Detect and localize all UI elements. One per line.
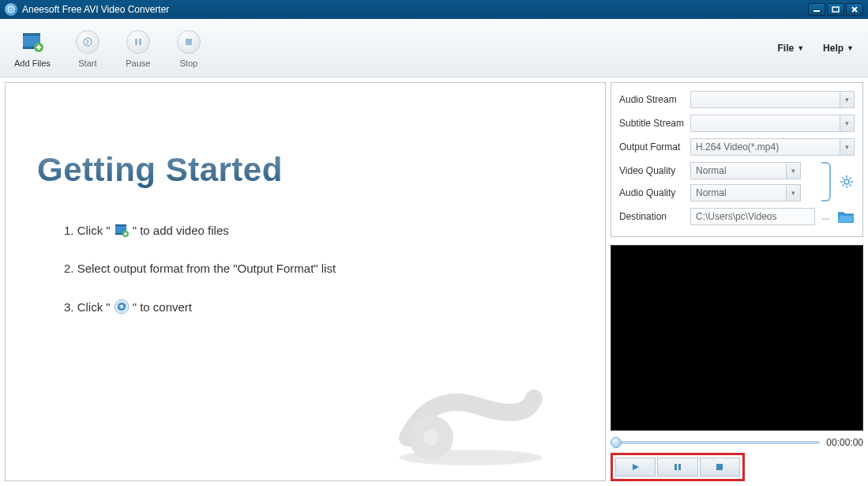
getting-started-title: Getting Started	[37, 151, 578, 189]
add-files-button[interactable]: Add Files	[14, 28, 51, 68]
chevron-down-icon: ▾	[786, 185, 800, 201]
svg-rect-22	[186, 39, 192, 45]
svg-rect-21	[139, 39, 141, 45]
video-quality-label: Video Quality	[619, 165, 690, 176]
svg-point-32	[423, 430, 439, 446]
pause-icon	[125, 28, 152, 55]
film-add-icon	[114, 222, 130, 238]
chevron-down-icon: ▾	[840, 115, 854, 131]
pause-playback-button[interactable]	[657, 458, 697, 477]
destination-browse-button[interactable]: ...	[818, 211, 832, 222]
toolbar: Add Files Start Pause Stop File▼ Help▼	[0, 19, 868, 77]
play-button[interactable]	[615, 458, 656, 477]
svg-rect-11	[37, 34, 39, 35]
slider-thumb[interactable]	[611, 437, 622, 448]
subtitle-stream-combo[interactable]: ▾	[690, 115, 855, 132]
chevron-down-icon: ▼	[797, 44, 804, 52]
audio-stream-label: Audio Stream	[619, 94, 690, 105]
convert-circle-icon	[114, 299, 130, 315]
pause-button[interactable]: Pause	[125, 28, 152, 68]
svg-rect-13	[28, 47, 29, 48]
svg-rect-20	[135, 39, 137, 45]
add-files-label: Add Files	[14, 58, 51, 68]
svg-line-39	[850, 185, 851, 186]
svg-rect-8	[28, 34, 29, 35]
stop-playback-button[interactable]	[700, 458, 740, 477]
help-menu[interactable]: Help▼	[823, 43, 854, 54]
chevron-down-icon: ▼	[847, 44, 854, 52]
getting-started-step-2: 2. Select output format from the "Output…	[64, 262, 578, 275]
svg-rect-1	[832, 7, 839, 12]
svg-point-33	[844, 179, 849, 184]
main-content-panel: Getting Started 1. Click " " to add vide…	[5, 82, 606, 481]
start-icon	[74, 28, 101, 55]
chevron-down-icon: ▾	[840, 139, 854, 155]
subtitle-stream-label: Subtitle Stream	[619, 118, 690, 129]
svg-rect-9	[31, 34, 32, 35]
svg-rect-43	[678, 464, 681, 470]
svg-point-29	[115, 300, 129, 314]
destination-label: Destination	[619, 211, 690, 222]
svg-rect-42	[674, 464, 677, 470]
svg-rect-7	[24, 34, 26, 35]
progress-slider[interactable]	[611, 441, 820, 444]
destination-path: C:\Users\pc\Videos	[690, 208, 815, 225]
add-files-icon	[19, 28, 46, 55]
filmstrip-decoration-icon	[384, 382, 558, 473]
pause-label: Pause	[126, 58, 150, 68]
bracket-decoration	[821, 162, 831, 202]
audio-quality-label: Audio Quality	[619, 187, 690, 198]
window-titlebar: Aneesoft Free AVI Video Converter	[0, 0, 868, 19]
output-format-label: Output Format	[619, 141, 690, 153]
svg-line-38	[843, 178, 844, 179]
video-preview	[611, 245, 863, 431]
svg-rect-14	[31, 47, 32, 48]
chevron-down-icon: ▾	[786, 163, 800, 179]
start-label: Start	[78, 58, 96, 68]
svg-rect-44	[716, 464, 723, 470]
file-menu-label: File	[777, 43, 794, 54]
minimize-button[interactable]	[808, 3, 825, 16]
settings-gear-button[interactable]	[839, 174, 855, 190]
close-button[interactable]	[846, 3, 863, 16]
open-folder-button[interactable]	[837, 209, 855, 224]
stop-button[interactable]: Stop	[175, 28, 202, 68]
help-menu-label: Help	[823, 43, 844, 54]
audio-quality-combo[interactable]: Normal▾	[690, 184, 801, 202]
stop-icon	[175, 28, 202, 55]
svg-rect-12	[24, 47, 26, 48]
audio-stream-combo[interactable]: ▾	[690, 91, 855, 108]
file-menu[interactable]: File▼	[777, 43, 804, 54]
start-button[interactable]: Start	[74, 28, 101, 68]
getting-started-step-1: 1. Click " " to add video files	[64, 222, 578, 238]
output-format-combo[interactable]: H.264 Video(*.mp4)▾	[690, 138, 855, 156]
svg-line-40	[850, 178, 851, 179]
svg-rect-24	[115, 224, 126, 226]
settings-panel: Audio Stream ▾ Subtitle Stream ▾ Output …	[611, 82, 863, 237]
getting-started-step-3: 3. Click " " to convert	[64, 299, 578, 315]
playback-controls-highlighted	[611, 453, 745, 481]
window-title: Aneesoft Free AVI Video Converter	[22, 4, 169, 15]
svg-rect-10	[34, 34, 36, 35]
maximize-button[interactable]	[827, 3, 844, 16]
app-logo-icon	[5, 3, 17, 16]
video-quality-combo[interactable]: Normal▾	[690, 162, 801, 179]
chevron-down-icon: ▾	[840, 92, 854, 107]
svg-line-41	[843, 185, 844, 186]
stop-label: Stop	[180, 58, 198, 68]
time-display: 00:00:00	[826, 437, 863, 448]
